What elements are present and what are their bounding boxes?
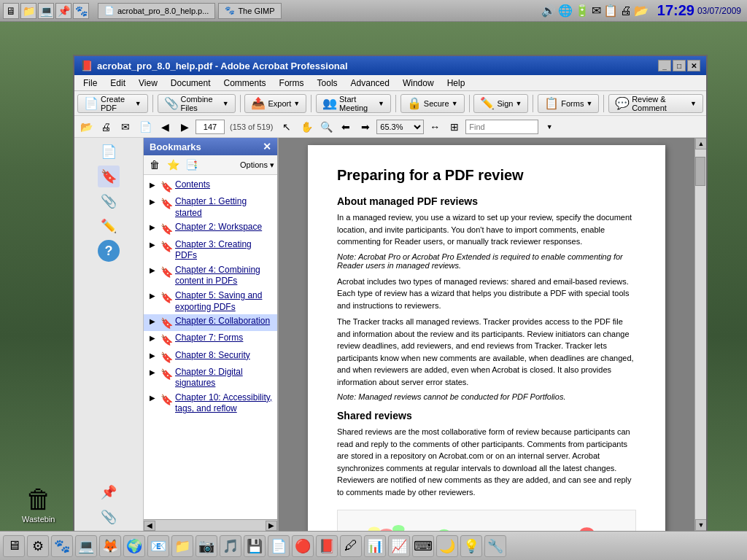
menu-view[interactable]: View xyxy=(133,77,163,90)
list-item[interactable]: ▶ 🔖 Chapter 3: Creating PDFs xyxy=(144,238,277,263)
bottom-icon-2[interactable]: ⚙ xyxy=(27,535,49,557)
expand-icon[interactable]: ▶ xyxy=(150,351,158,360)
scroll-down-button[interactable]: ▼ xyxy=(695,519,706,531)
expand-icon[interactable]: ▶ xyxy=(150,291,158,300)
bottom-icon-17[interactable]: 📈 xyxy=(388,535,410,557)
bottom-icon-4[interactable]: 💻 xyxy=(75,535,97,557)
bottom-icon-12[interactable]: 📄 xyxy=(268,535,290,557)
taskbar-icon-3[interactable]: 💻 xyxy=(38,3,54,19)
bottom-icon-9[interactable]: 📷 xyxy=(196,535,217,557)
menu-edit[interactable]: Edit xyxy=(104,77,131,90)
list-item[interactable]: ▶ 🔖 Chapter 8: Security xyxy=(144,349,277,365)
find-prev-button[interactable]: ▼ xyxy=(541,118,558,136)
nav-prev-button[interactable]: ⬅ xyxy=(337,118,355,136)
menu-help[interactable]: Help xyxy=(441,77,471,90)
list-item[interactable]: ▶ 🔖 Chapter 10: Accessibility, tags, and… xyxy=(144,391,277,416)
expand-icon[interactable]: ▶ xyxy=(150,240,158,249)
taskbar-app-acrobat[interactable]: 📄 acrobat_pro_8.0_help.p... xyxy=(98,3,215,19)
sign-button[interactable]: ✏️ Sign ▼ xyxy=(473,94,528,113)
page-number-input[interactable] xyxy=(196,120,225,134)
scrollbar-track[interactable] xyxy=(695,149,706,519)
menu-comments[interactable]: Comments xyxy=(218,77,272,90)
taskbar-icon-2[interactable]: 📁 xyxy=(20,3,36,19)
expand-icon[interactable]: ▶ xyxy=(150,197,158,206)
wastebin[interactable]: 🗑 Wastebin xyxy=(22,484,55,524)
export-button[interactable]: 📤 Export ▼ xyxy=(244,94,306,113)
bottom-icon-3[interactable]: 🐾 xyxy=(51,535,73,557)
bottom-icon-5[interactable]: 🦊 xyxy=(99,535,121,557)
bottom-icon-15[interactable]: 🖊 xyxy=(340,535,362,557)
email-button[interactable]: ✉ xyxy=(117,118,134,136)
taskbar-icon-5[interactable]: 🐾 xyxy=(73,3,89,19)
network-icon[interactable]: 🌐 xyxy=(558,4,573,18)
bm-delete-button[interactable]: 🗑 xyxy=(147,158,163,172)
bm-add-button[interactable]: ⭐ xyxy=(165,158,181,172)
nav-next-button[interactable]: ➡ xyxy=(357,118,374,136)
list-item[interactable]: ▶ 🔖 Chapter 6: Collaboration xyxy=(144,314,277,331)
fit-width-button[interactable]: ↔ xyxy=(426,118,444,136)
zoom-in-button[interactable]: 🔍 xyxy=(317,118,335,136)
mail-icon[interactable]: ✉ xyxy=(592,4,601,18)
bottom-icon-11[interactable]: 💾 xyxy=(244,535,266,557)
bottom-icon-14[interactable]: 📕 xyxy=(316,535,338,557)
expand-icon[interactable]: ▶ xyxy=(150,180,158,190)
bottom-icon-20[interactable]: 💡 xyxy=(460,535,482,557)
bottom-icon-21[interactable]: 🔧 xyxy=(484,535,506,557)
close-button[interactable]: ✕ xyxy=(687,60,700,71)
menu-document[interactable]: Document xyxy=(165,77,217,90)
menu-window[interactable]: Window xyxy=(397,77,440,90)
folder-icon[interactable]: 📂 xyxy=(634,4,649,18)
bottom-icon-1[interactable]: 🖥 xyxy=(3,535,25,557)
hand-tool-button[interactable]: ✋ xyxy=(298,118,315,136)
review-comment-button[interactable]: 💬 Review & Comment ▼ xyxy=(608,94,703,113)
expand-icon[interactable]: ▶ xyxy=(150,333,158,343)
list-item[interactable]: ▶ 🔖 Chapter 1: Getting started xyxy=(144,195,277,220)
zoom-select[interactable]: 65.3% 50% 75% 100% 125% xyxy=(376,120,424,134)
expand-icon[interactable]: ▶ xyxy=(150,368,158,377)
panel-icon-comments[interactable]: ✏️ xyxy=(98,215,120,237)
list-item[interactable]: ▶ 🔖 Chapter 2: Workspace xyxy=(144,220,277,237)
nav-forward-button[interactable]: ▶ xyxy=(176,118,193,136)
bm-expand-button[interactable]: 📑 xyxy=(183,158,199,172)
taskbar-icon-4[interactable]: 📌 xyxy=(55,3,71,19)
bottom-icon-18[interactable]: ⌨ xyxy=(412,535,434,557)
panel-icon-help[interactable]: ? xyxy=(98,240,120,262)
single-page-button[interactable]: 📄 xyxy=(136,118,154,136)
expand-icon[interactable]: ▶ xyxy=(150,265,158,275)
bottom-icon-8[interactable]: 📁 xyxy=(171,535,193,557)
list-item[interactable]: ▶ 🔖 Contents xyxy=(144,178,277,195)
bottom-icon-19[interactable]: 🌙 xyxy=(436,535,458,557)
bookmarks-close-button[interactable]: ✕ xyxy=(263,141,271,152)
bm-options-button[interactable]: Options ▾ xyxy=(240,160,274,170)
expand-icon[interactable]: ▶ xyxy=(150,316,158,326)
menu-forms[interactable]: Forms xyxy=(274,77,310,90)
nav-back-button[interactable]: ◀ xyxy=(156,118,174,136)
taskbar-app-gimp[interactable]: 🐾 The GIMP xyxy=(218,3,281,19)
expand-icon[interactable]: ▶ xyxy=(150,393,158,402)
clipboard-icon[interactable]: 📋 xyxy=(603,4,618,18)
expand-icon[interactable]: ▶ xyxy=(150,222,158,232)
list-item[interactable]: ▶ 🔖 Chapter 5: Saving and exporting PDFs xyxy=(144,289,277,314)
panel-icon-stamps[interactable]: 📌 xyxy=(98,481,120,503)
volume-icon[interactable]: 🔊 xyxy=(541,4,556,18)
scroll-right-button[interactable]: ▶ xyxy=(266,521,277,531)
bottom-icon-10[interactable]: 🎵 xyxy=(220,535,241,557)
find-input[interactable] xyxy=(465,120,538,134)
maximize-button[interactable]: □ xyxy=(673,60,686,71)
menu-file[interactable]: File xyxy=(77,77,103,90)
minimize-button[interactable]: _ xyxy=(658,60,671,71)
panel-icon-page[interactable]: 📄 xyxy=(98,141,120,163)
pdf-viewport[interactable]: Preparing for a PDF review About managed… xyxy=(279,138,694,531)
list-item[interactable]: ▶ 🔖 Chapter 7: Forms xyxy=(144,331,277,348)
bottom-icon-16[interactable]: 📊 xyxy=(364,535,386,557)
list-item[interactable]: ▶ 🔖 Chapter 9: Digital signatures xyxy=(144,365,277,391)
bottom-icon-7[interactable]: 📧 xyxy=(147,535,169,557)
fit-page-button[interactable]: ⊞ xyxy=(446,118,463,136)
panel-icon-bookmarks[interactable]: 🔖 xyxy=(98,166,120,187)
menu-tools[interactable]: Tools xyxy=(311,77,344,90)
forms-button[interactable]: 📋 Forms ▼ xyxy=(538,94,599,113)
battery-icon[interactable]: 🔋 xyxy=(575,4,589,18)
scroll-up-button[interactable]: ▲ xyxy=(695,138,706,149)
print-button[interactable]: 🖨 xyxy=(97,118,115,136)
panel-icon-attach-file[interactable]: 📎 xyxy=(98,506,120,528)
